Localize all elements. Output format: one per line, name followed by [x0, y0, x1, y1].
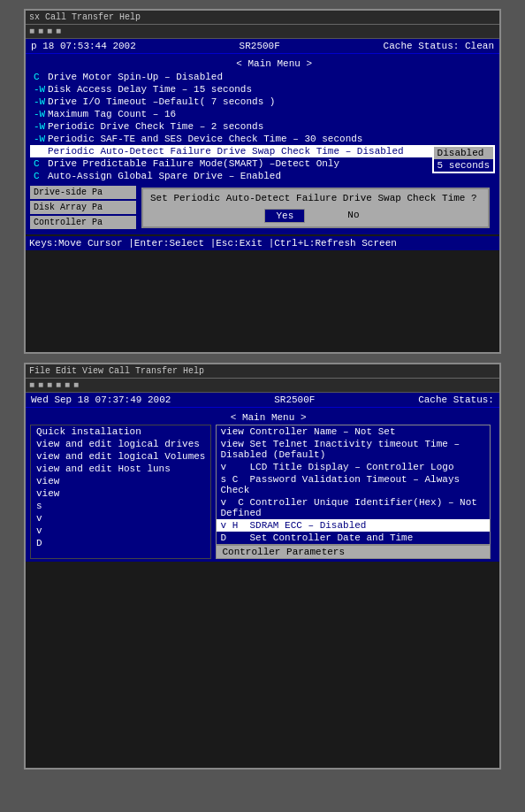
btoolbar-icon-1[interactable]: ■	[29, 380, 34, 390]
submenu-item-0[interactable]: view Controller Name – Not Set	[217, 425, 490, 438]
bottom-menu-header: < Main Menu >	[30, 410, 495, 425]
bmenu-item-5[interactable]: view	[31, 487, 210, 500]
confirm-text: Set Periodic Auto-Detect Failure Drive S…	[150, 193, 481, 203]
btoolbar-icon-2[interactable]: ■	[38, 380, 43, 390]
top-terminal: < Main Menu > C Drive Motor Spin-Up – Di…	[26, 54, 499, 234]
sub-prefix-5: v H	[220, 520, 249, 531]
submenu-item-5-highlighted[interactable]: v H SDRAM ECC – Disabled	[217, 519, 490, 532]
bmenu-item-2[interactable]: view and edit logical Volumes	[31, 450, 210, 463]
sub-prefix-1: view	[220, 439, 249, 449]
menu-item-7[interactable]: C Drive Predictable Failure Mode(SMART) …	[30, 157, 495, 170]
label-3: Maximum Tag Count – 16	[48, 109, 176, 119]
prefix-4: -W	[34, 121, 46, 132]
btoolbar-icon-3[interactable]: ■	[47, 380, 52, 390]
prefix-3: -W	[34, 109, 46, 119]
bottom-status-bar: Wed Sep 18 07:37:49 2002 SR2500F Cache S…	[26, 393, 499, 408]
toolbar-icon-3[interactable]: ■	[47, 27, 52, 36]
dropdown-item-5sec[interactable]: 5 seconds	[434, 159, 493, 172]
menu-item-highlighted-row: Periodic Auto-Detect Failure Drive Swap …	[30, 145, 495, 157]
top-title-bar: sx Call Transfer Help	[26, 11, 499, 25]
prefix-2: -W	[34, 96, 46, 107]
submenu-item-1[interactable]: view Set Telnet Inactivity timeout Time …	[217, 438, 490, 461]
bmenu-item-0[interactable]: Quick installation	[31, 425, 210, 438]
bottom-toolbar: ■ ■ ■ ■ ■ ■	[26, 379, 499, 393]
btoolbar-icon-5[interactable]: ■	[65, 380, 70, 390]
confirm-yes-button[interactable]: Yes	[264, 209, 305, 223]
menu-item-3[interactable]: -W Maximum Tag Count – 16	[30, 108, 495, 120]
sidebar-area: Drive-side Pa Disk Array Pa Controller P…	[30, 184, 136, 232]
confirm-buttons: Yes No	[150, 209, 481, 223]
sub-prefix-3: s C	[220, 474, 249, 485]
bottom-cache-status: Cache Status:	[418, 395, 494, 405]
submenu-item-2[interactable]: v LCD Title Display – Controller Logo	[217, 461, 490, 473]
toolbar-icon-1[interactable]: ■	[29, 27, 34, 36]
bmenu-item-1[interactable]: view and edit logical drives	[31, 438, 210, 450]
menu-item-0[interactable]: C Drive Motor Spin-Up – Disabled	[30, 71, 495, 83]
menu-item-5[interactable]: -W Periodic SAF-TE and SES Device Check …	[30, 133, 495, 145]
label-1: Disk Access Delay Time – 15 seconds	[48, 84, 252, 95]
lower-area: Drive-side Pa Disk Array Pa Controller P…	[30, 184, 495, 232]
bmenu-item-8[interactable]: v	[31, 525, 210, 537]
prefix-8: C	[34, 171, 46, 181]
btoolbar-icon-4[interactable]: ■	[56, 380, 61, 390]
bmenu-item-6[interactable]: s	[31, 500, 210, 512]
submenu-item-4[interactable]: v C Controller Unique Identifier(Hex) – …	[217, 496, 490, 519]
toolbar-icon-2[interactable]: ■	[38, 27, 43, 36]
bmenu-item-3[interactable]: view and edit Host luns	[31, 463, 210, 475]
top-title-text: sx Call Transfer Help	[29, 12, 141, 22]
bottom-window: File Edit View Call Transfer Help ■ ■ ■ …	[24, 363, 501, 770]
bottom-left-panel: Quick installation view and edit logical…	[30, 425, 211, 559]
prefix-1: -W	[34, 84, 46, 95]
sidebar-item-disk[interactable]: Disk Array Pa	[30, 201, 136, 214]
confirm-dialog: Set Periodic Auto-Detect Failure Drive S…	[141, 188, 490, 228]
confirm-no-label[interactable]: No	[340, 209, 366, 223]
sub-prefix-4: v C	[220, 497, 249, 508]
submenu-item-6[interactable]: D Set Controller Date and Time	[217, 532, 490, 544]
menu-item-1[interactable]: -W Disk Access Delay Time – 15 seconds	[30, 83, 495, 96]
top-status-bar: p 18 07:53:44 2002 SR2500F Cache Status:…	[26, 39, 499, 54]
label-5: Periodic SAF-TE and SES Device Check Tim…	[48, 134, 362, 144]
menu-item-8[interactable]: C Auto-Assign Global Spare Drive – Enabl…	[30, 170, 495, 182]
sidebar-item-controller[interactable]: Controller Pa	[30, 216, 136, 229]
btoolbar-icon-6[interactable]: ■	[73, 380, 79, 390]
bottom-terminal: < Main Menu > Quick installation view an…	[26, 408, 499, 562]
bottom-title-bar: File Edit View Call Transfer Help	[26, 364, 499, 379]
bmenu-item-9[interactable]: D	[31, 537, 210, 549]
label-8: Auto-Assign Global Spare Drive – Enabled	[48, 171, 281, 181]
bottom-status-text: Keys:Move Cursor |Enter:Select |Esc:Exit…	[29, 238, 397, 249]
prefix-5: -W	[34, 134, 46, 144]
top-window: sx Call Transfer Help ■ ■ ■ ■ p 18 07:53…	[24, 9, 501, 354]
prefix-7: C	[34, 158, 46, 169]
label-2: Drive I/O Timeout –Default( 7 seconds )	[48, 96, 275, 107]
top-model: SR2500F	[240, 41, 280, 51]
dropdown-box[interactable]: Disabled 5 seconds	[432, 145, 495, 173]
submenu-item-3[interactable]: s C Password Validation Timeout – Always…	[217, 473, 490, 496]
bottom-datetime: Wed Sep 18 07:37:49 2002	[31, 395, 171, 405]
label-6: Periodic Auto-Detect Failure Drive Swap …	[48, 146, 404, 157]
bottom-main-area: Quick installation view and edit logical…	[30, 425, 495, 559]
dropdown-item-disabled[interactable]: Disabled	[434, 147, 493, 159]
bmenu-item-7[interactable]: v	[31, 512, 210, 525]
top-datetime: p 18 07:53:44 2002	[31, 41, 136, 51]
sub-prefix-6: D	[220, 532, 249, 543]
sub-prefix-0: view	[220, 426, 249, 437]
label-7: Drive Predictable Failure Mode(SMART) –D…	[48, 158, 339, 169]
menu-item-6[interactable]: Periodic Auto-Detect Failure Drive Swap …	[30, 145, 495, 157]
bottom-model: SR2500F	[274, 395, 315, 405]
toolbar-icon-4[interactable]: ■	[56, 27, 61, 36]
top-bottom-status: Keys:Move Cursor |Enter:Select |Esc:Exit…	[26, 236, 499, 250]
sub-prefix-2: v	[220, 462, 249, 472]
menu-item-4[interactable]: -W Periodic Drive Check Time – 2 seconds	[30, 120, 495, 133]
label-4: Periodic Drive Check Time – 2 seconds	[48, 121, 263, 132]
menu-item-2[interactable]: -W Drive I/O Timeout –Default( 7 seconds…	[30, 96, 495, 108]
bottom-title-text: File Edit View Call Transfer Help	[29, 366, 204, 376]
label-0: Drive Motor Spin-Up – Disabled	[48, 72, 223, 82]
bmenu-item-4[interactable]: view	[31, 475, 210, 487]
top-cache-status: Cache Status: Clean	[384, 41, 494, 51]
top-toolbar: ■ ■ ■ ■	[26, 25, 499, 39]
sidebar-item-drive[interactable]: Drive-side Pa	[30, 186, 136, 199]
bottom-right-panel: view Controller Name – Not Set view Set …	[211, 425, 495, 559]
submenu-footer: Controller Parameters	[216, 545, 491, 559]
submenu-box: view Controller Name – Not Set view Set …	[216, 425, 491, 545]
prefix-0: C	[34, 72, 46, 82]
